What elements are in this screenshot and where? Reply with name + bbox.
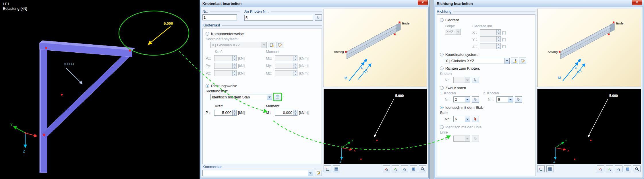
- zoom-button[interactable]: [419, 165, 426, 172]
- comment-dropdown[interactable]: [202, 170, 313, 176]
- radio-gedreht[interactable]: [440, 18, 444, 22]
- my-field[interactable]: [275, 63, 297, 69]
- rot-y-field[interactable]: [480, 36, 501, 42]
- node2-dropdown[interactable]: 6: [496, 96, 513, 102]
- mx-field[interactable]: [275, 55, 297, 61]
- pick-line-button[interactable]: [472, 136, 479, 142]
- p-field[interactable]: -5.000: [214, 110, 237, 116]
- option-label: Identisch mit der Linie: [445, 125, 481, 129]
- radio-richten-zum-knoten[interactable]: [440, 66, 444, 70]
- deg-unit: [°]: [501, 37, 510, 41]
- grid-display-button[interactable]: [333, 165, 340, 172]
- spinner[interactable]: [232, 56, 236, 61]
- rot-z-field[interactable]: [480, 43, 501, 49]
- spinner[interactable]: [232, 71, 236, 76]
- pick-node1-button[interactable]: [472, 96, 479, 103]
- option-identisch-stab[interactable]: Identisch mit dem Stab: [440, 105, 532, 110]
- option-richten-zum-knoten[interactable]: Richten zum Knoten:: [440, 66, 532, 71]
- new-coordinate-system-button[interactable]: [268, 42, 275, 48]
- spinner[interactable]: [293, 63, 297, 68]
- edit-comment-button[interactable]: [315, 170, 322, 176]
- axes-display-button[interactable]: [537, 165, 545, 172]
- spinner[interactable]: [293, 110, 297, 115]
- anfang-label: Anfang: [548, 50, 558, 54]
- px-field[interactable]: [214, 55, 237, 61]
- pick-node-button[interactable]: [315, 14, 322, 21]
- view-y-button[interactable]: y: [606, 165, 613, 172]
- view-z-button[interactable]: z: [401, 165, 408, 172]
- new-document-icon: [513, 59, 517, 63]
- node1-dropdown[interactable]: 2: [453, 96, 470, 102]
- spinner[interactable]: [293, 71, 297, 76]
- pick-node-button[interactable]: [472, 77, 479, 83]
- radio-komponentenweise[interactable]: [206, 32, 209, 36]
- close-icon[interactable]: ×: [632, 0, 642, 5]
- load-number-field[interactable]: 1: [202, 14, 237, 20]
- edit-coordinate-system-button[interactable]: [276, 42, 283, 48]
- zoom-button[interactable]: [633, 165, 641, 172]
- spinner[interactable]: [496, 43, 500, 49]
- rot-x-field[interactable]: [480, 29, 501, 35]
- node-dropdown[interactable]: [453, 77, 470, 83]
- spinner[interactable]: [232, 110, 236, 115]
- option-koordinatensystem[interactable]: Koordinatensystem:: [440, 52, 532, 57]
- pick-node2-button[interactable]: [515, 96, 522, 103]
- knotenlast-form: Nr.: 1 An Knoten Nr.: 5: [202, 9, 322, 176]
- chevron-down-icon: [508, 97, 513, 102]
- axes-display-button[interactable]: [324, 165, 331, 172]
- edit-direction-button[interactable]: [274, 94, 281, 100]
- richtungstyp-dropdown[interactable]: Identisch mit dem Stab: [210, 94, 272, 100]
- close-icon[interactable]: ×: [418, 0, 428, 5]
- load-preview-panel[interactable]: 5.000 Y X Z: [537, 89, 641, 164]
- dialog-titlebar[interactable]: Knotenlast bearbeiten ×: [200, 0, 430, 7]
- mz-field[interactable]: [275, 70, 297, 76]
- default-view-button[interactable]: [410, 165, 417, 172]
- node-number-field[interactable]: 5: [244, 15, 313, 21]
- m-field[interactable]: 0.000: [275, 110, 297, 116]
- option-richtungsweise[interactable]: Richtungsweise: [206, 84, 319, 88]
- nr-label: Nr.:: [488, 97, 496, 102]
- chevron-down-icon: [456, 29, 461, 35]
- load-preview-panel[interactable]: 5.000 Y X Z: [324, 89, 427, 164]
- line-dropdown[interactable]: [453, 136, 470, 142]
- pz-field[interactable]: [214, 70, 237, 76]
- view-z-button[interactable]: z: [615, 165, 622, 172]
- option-komponentenweise[interactable]: Komponentenweise: [206, 32, 319, 36]
- end-node-marker: [613, 22, 614, 23]
- axis-z-label: Z: [23, 149, 25, 153]
- radio-zwei-knoten[interactable]: [440, 86, 444, 90]
- edit-coordinate-system-button[interactable]: [519, 58, 526, 64]
- option-gedreht[interactable]: Gedreht: [440, 18, 532, 22]
- radio-identisch-stab[interactable]: [440, 106, 444, 109]
- coordinate-system-dropdown[interactable]: 0 | Globales XYZ: [210, 42, 267, 48]
- svg-text:x: x: [601, 168, 602, 171]
- py-field[interactable]: [214, 63, 237, 69]
- spinner[interactable]: [232, 63, 236, 68]
- pick-member-button[interactable]: [472, 116, 479, 122]
- node-marker: [394, 33, 396, 35]
- folge-dropdown[interactable]: XYZ: [445, 29, 461, 35]
- view-x-button[interactable]: x: [383, 165, 390, 172]
- spinner[interactable]: [496, 37, 500, 42]
- dialog-titlebar[interactable]: Richtung bearbeiten ×: [434, 0, 644, 7]
- radio-richtungsweise[interactable]: [206, 84, 209, 88]
- spinner[interactable]: [293, 56, 297, 61]
- radio-koordinatensystem[interactable]: [440, 53, 444, 56]
- node-marker: [43, 134, 45, 136]
- nr-label: Nr.:: [445, 117, 453, 121]
- load-arrow: [374, 99, 394, 137]
- my-label: My:: [266, 64, 275, 68]
- default-view-button[interactable]: [624, 165, 631, 172]
- radio-identisch-linie[interactable]: [440, 125, 444, 129]
- grid-display-button[interactable]: [546, 165, 554, 172]
- option-zwei-knoten[interactable]: Zwei Knoten: [440, 86, 532, 90]
- option-identisch-linie[interactable]: Identisch mit der Linie: [440, 125, 532, 129]
- coordinate-system-dropdown[interactable]: 0 | Globales XYZ: [445, 58, 510, 64]
- view-x-button[interactable]: x: [597, 165, 604, 172]
- new-coordinate-system-button[interactable]: [511, 58, 518, 64]
- view-y-button[interactable]: y: [392, 165, 399, 172]
- viewport-3d[interactable]: LF1 Belastung [kN] 5.000 3.000: [0, 0, 200, 179]
- member-dropdown[interactable]: 6: [453, 116, 470, 122]
- spinner[interactable]: [496, 30, 500, 35]
- richtungstyp-label: Richtungstyp:: [206, 89, 319, 93]
